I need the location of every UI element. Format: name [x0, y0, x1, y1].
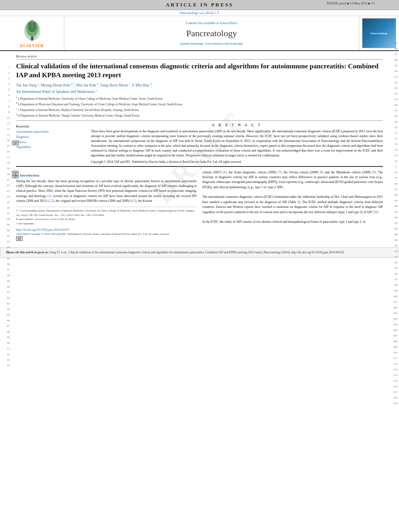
author-myung-hwan-kim: Myung-Hwan Kim a,* — [41, 83, 74, 87]
journal-title: Pancreatology — [68, 28, 355, 39]
body-content: Q3 1. Introduction During the last decad… — [16, 170, 383, 241]
elsevier-logo: ELSEVIER — [20, 18, 44, 48]
q3-marker: Q3 — [12, 171, 19, 175]
copyright-text: Copyright © 2014, IAP and EPC. Published… — [91, 160, 242, 164]
footnote-email-link[interactable]: mhkim@amc.seoul.kr — [35, 218, 60, 221]
page: DRAFT ARTICLE IN PRESS PAN269_proof ■ 14… — [0, 0, 399, 532]
line-number-113: 113 — [388, 367, 399, 372]
footnote-corresponding: * * Corresponding author. Department of … — [16, 209, 197, 217]
body-text-right: criteria (2007) [6], the Asian diagnosti… — [202, 170, 383, 225]
citation-bar: Please cite this article in press as: So… — [0, 247, 399, 257]
ref-1[interactable]: [1] — [47, 194, 51, 198]
top-banner: ARTICLE IN PRESS PAN269_proof ■ 14 May 2… — [0, 0, 399, 10]
line-number-47: 47 — [0, 323, 11, 329]
banner-meta: PAN269_proof ■ 14 May 2014 ■ 1/5 — [327, 2, 375, 5]
affiliation-b: b b Department of Physician Education an… — [16, 101, 383, 107]
ref-7[interactable]: [7] — [278, 170, 282, 174]
q2-marker: Q2 — [12, 141, 19, 145]
line-number-101: 101 — [388, 299, 399, 305]
line-number-33: 33 — [0, 244, 11, 250]
line-number-99: 99 — [388, 288, 399, 294]
ref-10[interactable]: [10] — [372, 210, 378, 214]
keywords-title: Keywords: — [16, 125, 84, 128]
line-number-38: 38 — [0, 273, 11, 278]
abstract-copyright: Copyright © 2014, IAP and EPC. Published… — [91, 160, 383, 164]
journal-homepage: journal homepage: www.elsevier.com/locat… — [68, 42, 355, 45]
line-number-109: 109 — [388, 344, 399, 350]
elsevier-text: ELSEVIER — [20, 43, 44, 48]
line-number-45: 45 — [0, 312, 11, 318]
line-number-53: 53 — [0, 357, 11, 363]
keywords-abstract-section: Keywords: Q2 Autoimmune pancreatitis Dia… — [16, 123, 383, 164]
ref-6[interactable]: [6] — [223, 170, 226, 174]
authors: Tae Jun Song a, Myung-Hwan Kim a,*, Min … — [16, 82, 383, 94]
homepage-label: journal homepage: — [180, 42, 205, 45]
keyword-1: Autoimmune pancreatitis — [16, 129, 84, 135]
keywords-column: Keywords: Q2 Autoimmune pancreatitis Dia… — [16, 123, 84, 164]
divider-2 — [16, 166, 383, 167]
footnote-email: E-mail address: mhkim@amc.seoul.kr (M.-H… — [16, 217, 197, 222]
line-number-112: 112 — [388, 361, 399, 367]
line-number-118: 118 — [388, 395, 399, 401]
keywords-section: Keywords: Q2 Autoimmune pancreatitis Dia… — [16, 125, 84, 150]
main-content: Q4 Review article Clinical validation of… — [0, 51, 399, 244]
line-number-56: 56 — [388, 46, 399, 51]
line-number-105: 105 — [388, 322, 399, 327]
article-type: Review article — [16, 54, 383, 60]
affiliation-a: a a Department of Internal Medicine, Uni… — [16, 96, 383, 101]
affiliation-d: d d Department of Internal Medicine, Dae… — [16, 113, 383, 118]
article-title: Clinical validation of the international… — [16, 62, 383, 80]
line-number-108: 108 — [388, 339, 399, 344]
line-number-46: 46 — [0, 318, 11, 323]
copyright-bottom: 1424-3903/Copyright © 2014, IAP and EPC.… — [16, 232, 197, 236]
keyword-4: Algorithms — [16, 145, 84, 150]
line-number-41: 41 — [0, 290, 11, 295]
line-number-92: 92 — [388, 249, 399, 254]
line-number-94: 94 — [388, 260, 399, 265]
ref-2-3[interactable]: [2,3] — [48, 199, 54, 203]
keyword-3: Criteria — [16, 140, 84, 145]
body-col-right: criteria (2007) [6], the Asian diagnosti… — [202, 170, 383, 241]
journal-cover-label: Pancreatology — [370, 32, 388, 35]
affiliation-c: c c Department of Internal Medicine, Hal… — [16, 107, 383, 112]
author-tae-jun-song: Tae Jun Song a — [16, 83, 39, 87]
author-min-jae-kim: Min Jae Kim b — [76, 83, 98, 87]
divider-1 — [16, 120, 383, 121]
q1-marker: Q1 — [16, 236, 23, 241]
line-number-116: 116 — [388, 384, 399, 389]
section-1-heading: 1. Introduction — [16, 173, 197, 177]
line-number-44: 44 — [0, 306, 11, 312]
line-number-48: 48 — [0, 329, 11, 335]
homepage-url[interactable]: www.elsevier.com/locate/pan — [205, 42, 243, 45]
line-number-98: 98 — [388, 282, 399, 288]
author-ji-min-han: Ji Min Han d — [132, 83, 152, 87]
journal-info-row: Pancreatology xxx (2014) 1–5 — [0, 10, 399, 16]
author-sung-hoon-moon: Sung Hoon Moon c — [101, 83, 130, 87]
line-number-102: 102 — [388, 305, 399, 310]
line-number-52: 52 — [0, 351, 11, 357]
ref-9[interactable]: [9] — [372, 170, 376, 174]
line-number-119: 119 — [388, 401, 399, 406]
science-direct-link: Contents lists available at ScienceDirec… — [68, 21, 355, 25]
keyword-2: Diagnosis — [16, 135, 84, 140]
ref-4-5[interactable]: [4,5] — [130, 199, 136, 203]
line-number-39: 39 — [0, 278, 11, 284]
line-number-35: 35 — [0, 256, 11, 261]
line-number-51: 51 — [0, 346, 11, 351]
line-number-34: 34 — [0, 250, 11, 256]
journal-header: ELSEVIER Contents lists available at Sci… — [0, 16, 399, 51]
line-number-115: 115 — [388, 378, 399, 384]
body-text-left: During the last decade, there has been g… — [16, 179, 197, 204]
line-number-97: 97 — [388, 277, 399, 282]
journal-citation: Pancreatology xxx (2014) 1–5 — [180, 11, 219, 15]
doi-link[interactable]: http://dx.doi.org/10.1016/j.pan.2014.04.… — [16, 228, 197, 232]
banner-title: ARTICLE IN PRESS — [166, 2, 233, 8]
affiliations: a a Department of Internal Medicine, Uni… — [16, 96, 383, 118]
sciencedirect-name[interactable]: ScienceDirect — [220, 21, 238, 25]
line-number-110: 110 — [388, 350, 399, 355]
line-number-103: 103 — [388, 310, 399, 316]
ref-8[interactable]: [8] — [320, 170, 323, 174]
author-panel: An International Panel of Speakers and M… — [16, 90, 97, 94]
line-number-36: 36 — [0, 261, 11, 267]
abstract-column: A B S T R A C T There have been great de… — [91, 123, 383, 164]
